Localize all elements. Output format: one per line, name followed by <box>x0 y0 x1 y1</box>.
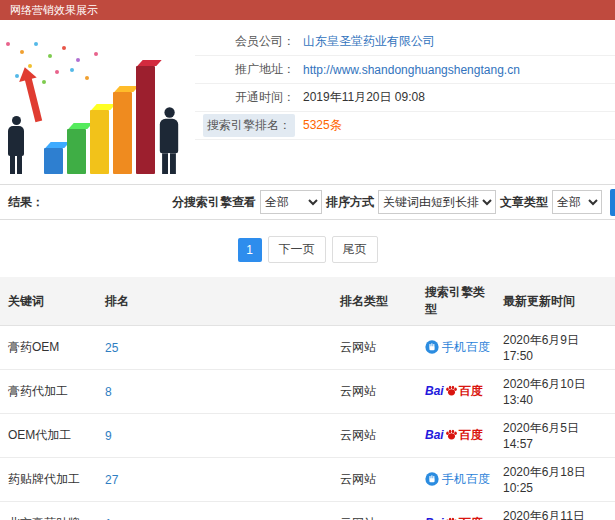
header-rank: 排名 <box>97 277 332 326</box>
article-type-label: 文章类型 <box>500 194 548 211</box>
baidu-logo-name: 百度 <box>459 384 483 398</box>
baidu-paw-icon <box>445 428 458 441</box>
engine-type-cell: Bai百度 <box>417 502 495 520</box>
engine-type-cell: 手机百度 <box>417 326 495 370</box>
bar-blue <box>44 148 63 174</box>
bar-green <box>67 129 86 174</box>
rank-cell: 8 <box>97 370 332 414</box>
filter-controls: 分搜索引擎查看 全部 排序方式 关键词由短到长排序 文章类型 全部 提交 <box>172 189 615 216</box>
header-update-time: 最新更新时间 <box>495 277 615 326</box>
header-keyword: 关键词 <box>0 277 97 326</box>
info-row-url: 推广地址： http://www.shandonghuangshengtang.… <box>195 56 615 84</box>
rank-cell: 25 <box>97 326 332 370</box>
keyword-cell: 膏药代加工 <box>0 370 97 414</box>
baidu-paw-icon <box>445 516 458 520</box>
rank-type-cell: 云网站 <box>332 326 417 370</box>
table-header-row: 关键词 排名 排名类型 搜索引擎类型 最新更新时间 <box>0 277 615 326</box>
engine-filter-label: 分搜索引擎查看 <box>172 194 256 211</box>
page-title: 网络营销效果展示 <box>10 4 98 16</box>
rank-link[interactable]: 27 <box>105 473 118 487</box>
page-title-bar: 网络营销效果展示 <box>0 0 615 20</box>
rank-cell: 27 <box>97 458 332 502</box>
bar-chart-graphic <box>44 66 155 174</box>
rank-cell: 1 <box>97 502 332 520</box>
baidu-logo-name: 百度 <box>459 428 483 442</box>
mobile-baidu-label: 手机百度 <box>442 472 490 486</box>
keyword-cell: 膏药OEM <box>0 326 97 370</box>
rank-type-cell: 云网站 <box>332 370 417 414</box>
table-row: 膏药OEM25云网站手机百度2020年6月9日 17:50 <box>0 326 615 370</box>
promo-url-link[interactable]: http://www.shandonghuangshengtang.cn <box>303 63 520 77</box>
businessman-right-figure <box>155 107 183 174</box>
sort-filter-select[interactable]: 关键词由短到长排序 <box>378 190 496 214</box>
submit-button[interactable]: 提交 <box>610 189 615 216</box>
baidu-logo-text: Bai <box>425 428 444 442</box>
engine-type-cell: Bai百度 <box>417 414 495 458</box>
sort-filter-label: 排序方式 <box>326 194 374 211</box>
update-time-cell: 2020年6月18日 10:25 <box>495 458 615 502</box>
header-rank-type: 排名类型 <box>332 277 417 326</box>
keyword-rank-table: 关键词 排名 排名类型 搜索引擎类型 最新更新时间 膏药OEM25云网站手机百度… <box>0 277 615 520</box>
keyword-cell: 北京膏药贴牌 <box>0 502 97 520</box>
result-label: 结果： <box>8 194 44 211</box>
rank-count-label: 搜索引擎排名： <box>203 114 295 137</box>
table-row: 药贴牌代加工27云网站手机百度2020年6月18日 10:25 <box>0 458 615 502</box>
engine-type-cell: Bai百度 <box>417 370 495 414</box>
rank-type-cell: 云网站 <box>332 458 417 502</box>
page-current[interactable]: 1 <box>238 238 262 262</box>
info-row-rank-count: 搜索引擎排名： 5325条 <box>195 112 615 140</box>
company-label: 会员公司： <box>195 33 295 50</box>
businessman-left-figure <box>4 116 28 174</box>
baidu-logo-text: Bai <box>425 384 444 398</box>
open-time-label: 开通时间： <box>195 89 295 106</box>
rank-type-cell: 云网站 <box>332 414 417 458</box>
member-info-section: 会员公司： 山东皇圣堂药业有限公司 推广地址： http://www.shand… <box>0 20 615 184</box>
baidu-logo-text: Bai <box>425 516 444 520</box>
rank-link[interactable]: 25 <box>105 341 118 355</box>
filter-bar: 结果： 分搜索引擎查看 全部 排序方式 关键词由短到长排序 文章类型 全部 提交 <box>0 184 615 220</box>
member-info-fields: 会员公司： 山东皇圣堂药业有限公司 推广地址： http://www.shand… <box>195 20 615 140</box>
rank-link[interactable]: 1 <box>105 517 112 520</box>
engine-type-cell: 手机百度 <box>417 458 495 502</box>
company-name-link[interactable]: 山东皇圣堂药业有限公司 <box>303 33 435 50</box>
keyword-cell: 药贴牌代加工 <box>0 458 97 502</box>
baidu-paw-icon <box>445 384 458 397</box>
update-time-cell: 2020年6月10日 13:40 <box>495 370 615 414</box>
rank-link[interactable]: 8 <box>105 385 112 399</box>
update-time-cell: 2020年6月11日 11:18 <box>495 502 615 520</box>
open-time-value: 2019年11月20日 09:08 <box>303 89 425 106</box>
engine-filter-select[interactable]: 全部 <box>260 190 322 214</box>
info-row-company: 会员公司： 山东皇圣堂药业有限公司 <box>195 28 615 56</box>
pagination: 1 下一页 尾页 <box>0 236 615 263</box>
mobile-baidu-icon <box>425 340 439 354</box>
confetti-decoration <box>6 42 10 46</box>
mobile-baidu-icon <box>425 472 439 486</box>
bar-yellow <box>90 110 109 174</box>
baidu-logo-name: 百度 <box>459 516 483 520</box>
info-row-open-time: 开通时间： 2019年11月20日 09:08 <box>195 84 615 112</box>
table-row: OEM代加工9云网站Bai百度2020年6月5日 14:57 <box>0 414 615 458</box>
next-page-button[interactable]: 下一页 <box>268 236 326 263</box>
last-page-button[interactable]: 尾页 <box>332 236 378 263</box>
rank-cell: 9 <box>97 414 332 458</box>
bar-orange <box>113 92 132 174</box>
marketing-chart-illustration <box>0 24 195 180</box>
table-row: 北京膏药贴牌1云网站Bai百度2020年6月11日 11:18 <box>0 502 615 520</box>
article-type-select[interactable]: 全部 <box>552 190 602 214</box>
keyword-cell: OEM代加工 <box>0 414 97 458</box>
table-body: 膏药OEM25云网站手机百度2020年6月9日 17:50膏药代加工8云网站Ba… <box>0 326 615 520</box>
promo-url-label: 推广地址： <box>195 61 295 78</box>
rank-type-cell: 云网站 <box>332 502 417 520</box>
bar-darkred <box>136 66 155 174</box>
update-time-cell: 2020年6月9日 17:50 <box>495 326 615 370</box>
rank-count-value: 5325条 <box>303 117 342 134</box>
header-engine-type: 搜索引擎类型 <box>417 277 495 326</box>
rank-link[interactable]: 9 <box>105 429 112 443</box>
mobile-baidu-label: 手机百度 <box>442 340 490 354</box>
table-row: 膏药代加工8云网站Bai百度2020年6月10日 13:40 <box>0 370 615 414</box>
update-time-cell: 2020年6月5日 14:57 <box>495 414 615 458</box>
